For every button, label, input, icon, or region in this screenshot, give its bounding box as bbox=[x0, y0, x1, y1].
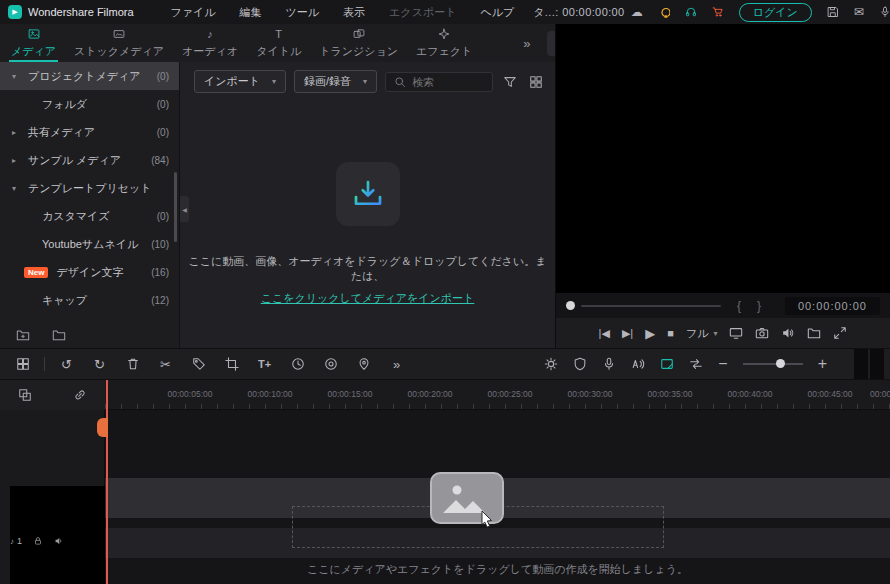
fullscreen-icon[interactable] bbox=[833, 326, 847, 340]
sidebar-item-customize[interactable]: カスタマイズ (0) bbox=[0, 202, 179, 230]
panel-collapse-handle[interactable]: ◀ bbox=[180, 196, 189, 222]
cloud-icon[interactable]: ☁ bbox=[631, 6, 643, 18]
link-clips-icon[interactable] bbox=[73, 388, 87, 402]
expand-caret-icon[interactable]: ▸ bbox=[12, 156, 22, 165]
login-button[interactable]: ログイン bbox=[739, 3, 812, 22]
new-folder-icon[interactable] bbox=[16, 328, 30, 342]
playhead-grip[interactable] bbox=[97, 418, 108, 437]
preview-video-area[interactable] bbox=[556, 24, 890, 293]
step-back-button[interactable]: |◀ bbox=[599, 328, 610, 339]
ripple-edit-icon[interactable] bbox=[689, 357, 703, 371]
snapshot-camera-icon[interactable] bbox=[755, 326, 769, 340]
menu-export[interactable]: エクスポート bbox=[380, 5, 465, 20]
zoom-out-icon[interactable]: − bbox=[718, 355, 727, 373]
panel-toggle-right[interactable] bbox=[870, 349, 884, 379]
tab-effects[interactable]: エフェクト bbox=[407, 24, 481, 62]
mic-icon[interactable] bbox=[879, 6, 890, 18]
seek-handle[interactable] bbox=[566, 301, 575, 310]
ruler-tick-label: 00:00:05:00 bbox=[150, 389, 230, 399]
expand-caret-icon[interactable]: ▸ bbox=[12, 128, 22, 137]
tab-titles[interactable]: T タイトル bbox=[247, 24, 310, 62]
menu-tools[interactable]: ツール bbox=[277, 5, 329, 20]
step-forward-button[interactable]: ▶| bbox=[622, 328, 633, 339]
text-to-speech-icon[interactable] bbox=[631, 357, 645, 371]
tab-audio[interactable]: ♪ オーディオ bbox=[173, 24, 247, 62]
tag-icon[interactable] bbox=[182, 357, 215, 371]
tab-titles-label: タイトル bbox=[256, 44, 301, 59]
sidebar-item-youtube-thumbnail[interactable]: Youtubeサムネイル (10) bbox=[0, 230, 179, 258]
undo-icon[interactable]: ↺ bbox=[50, 358, 83, 371]
mark-out-icon[interactable]: } bbox=[757, 299, 761, 313]
sidebar-item-template-presets[interactable]: ▾ テンプレートプリセット bbox=[0, 174, 179, 202]
sidebar-item-shared-media[interactable]: ▸ 共有メディア (0) bbox=[0, 118, 179, 146]
playhead-line[interactable] bbox=[106, 380, 108, 584]
menu-file[interactable]: ファイル bbox=[162, 5, 225, 20]
app-logo-icon: ▶ bbox=[8, 5, 22, 19]
mute-icon[interactable] bbox=[54, 536, 64, 546]
stop-button[interactable]: ■ bbox=[667, 328, 674, 339]
seek-track[interactable] bbox=[581, 305, 721, 307]
more-tabs-icon[interactable]: » bbox=[523, 36, 530, 51]
toolbar-right-group: − + bbox=[544, 349, 884, 379]
add-text-icon[interactable]: T+ bbox=[248, 359, 281, 370]
sidebar-scrollbar[interactable] bbox=[174, 172, 177, 242]
capture-folder-icon[interactable] bbox=[807, 326, 821, 340]
chevron-down-icon: ▾ bbox=[363, 77, 367, 86]
import-dropdown[interactable]: インポート ▾ bbox=[194, 70, 286, 93]
sidebar-item-folder[interactable]: フォルダ (0) bbox=[0, 90, 179, 118]
search-input[interactable] bbox=[412, 76, 484, 88]
tab-stock-media[interactable]: ストックメディア bbox=[65, 24, 173, 62]
layout-grid-icon[interactable] bbox=[6, 357, 39, 371]
menu-edit[interactable]: 編集 bbox=[231, 5, 271, 20]
play-button[interactable]: ▶ bbox=[645, 327, 655, 340]
sidebar-item-project-media[interactable]: ▾ プロジェクトメディア (0) bbox=[0, 62, 179, 90]
timeline-panel[interactable]: ▶ 1 ♪ 1 bbox=[0, 410, 890, 584]
sidebar-item-label: キャップ bbox=[42, 293, 87, 308]
sidebar-item-sample-media[interactable]: ▸ サンプル メディア (84) bbox=[0, 146, 179, 174]
search-box[interactable] bbox=[385, 72, 493, 92]
zoom-in-icon[interactable]: + bbox=[818, 355, 827, 373]
tab-media[interactable]: メディア bbox=[2, 24, 65, 62]
record-dropdown[interactable]: 録画/録音 ▾ bbox=[294, 70, 377, 93]
purchase-cart-icon[interactable] bbox=[712, 6, 724, 18]
fit-zoom-select[interactable]: フル ▾ bbox=[686, 326, 718, 341]
mail-icon[interactable]: ✉ bbox=[854, 6, 864, 18]
menu-help[interactable]: ヘルプ bbox=[471, 5, 523, 20]
sidebar-item-caption[interactable]: キャップ (12) bbox=[0, 286, 179, 314]
speed-icon[interactable] bbox=[281, 357, 314, 371]
lock-icon[interactable] bbox=[33, 536, 43, 546]
grid-view-icon[interactable] bbox=[527, 73, 545, 91]
support-headset-icon[interactable] bbox=[685, 6, 697, 18]
split-scissors-icon[interactable]: ✂ bbox=[149, 358, 182, 371]
panel-toggle-left[interactable] bbox=[854, 349, 868, 379]
idea-bulb-icon[interactable] bbox=[658, 6, 670, 18]
mark-in-icon[interactable]: { bbox=[737, 299, 741, 313]
mask-icon[interactable] bbox=[573, 357, 587, 371]
sidebar-item-design-text[interactable]: New デザイン文字 (16) bbox=[0, 258, 179, 286]
tab-transitions[interactable]: トランジション bbox=[310, 24, 407, 62]
timeline-zoom-slider[interactable] bbox=[743, 363, 803, 365]
filter-icon[interactable] bbox=[501, 73, 519, 91]
more-tools-icon[interactable]: » bbox=[380, 358, 413, 371]
marker-icon[interactable] bbox=[347, 357, 380, 371]
manage-tracks-icon[interactable] bbox=[18, 388, 32, 402]
crop-icon[interactable] bbox=[215, 357, 248, 371]
render-preview-icon[interactable] bbox=[544, 357, 558, 371]
timeline-ruler[interactable]: 00:00:05:00 00:00:10:00 00:00:15:00 00:0… bbox=[105, 380, 890, 410]
chroma-key-icon[interactable] bbox=[660, 357, 674, 371]
import-media-link[interactable]: ここをクリックしてメディアをインポート bbox=[261, 291, 475, 306]
save-icon[interactable] bbox=[827, 6, 839, 18]
volume-icon[interactable] bbox=[781, 326, 795, 340]
expand-caret-icon[interactable]: ▾ bbox=[12, 72, 22, 81]
voiceover-mic-icon[interactable] bbox=[602, 357, 616, 371]
external-display-icon[interactable] bbox=[729, 326, 743, 340]
zoom-slider-handle[interactable] bbox=[776, 359, 785, 368]
expand-caret-icon[interactable]: ▾ bbox=[12, 184, 22, 193]
import-media-button[interactable] bbox=[336, 162, 400, 226]
redo-icon[interactable]: ↻ bbox=[83, 358, 116, 371]
import-folder-icon[interactable] bbox=[52, 328, 66, 342]
delete-icon[interactable] bbox=[116, 357, 149, 371]
media-drop-zone[interactable]: ここに動画、画像、オーディオをドラッグ＆ドロップしてください。または、 ここをク… bbox=[180, 162, 555, 306]
color-correction-icon[interactable] bbox=[314, 357, 347, 371]
menu-view[interactable]: 表示 bbox=[334, 5, 374, 20]
